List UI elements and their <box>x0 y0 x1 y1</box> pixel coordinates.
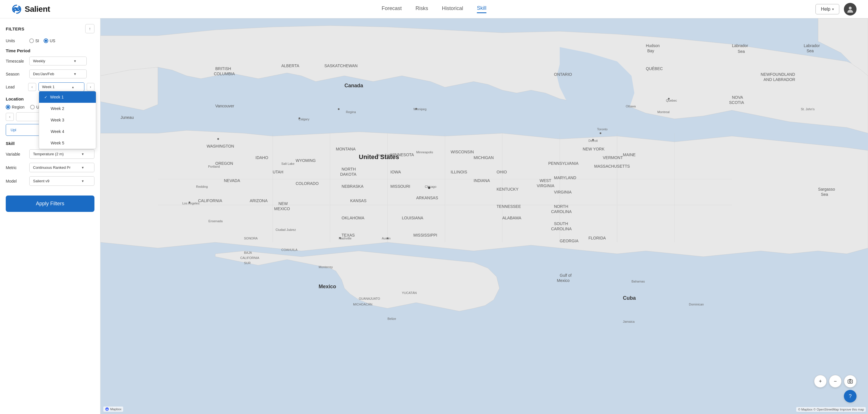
variable-value: Temperature (2 m) <box>33 152 64 156</box>
model-value: Salient v9 <box>33 179 50 183</box>
sidebar: FILTERS ↑ Units SI US Time Period Timesc… <box>0 19 100 414</box>
svg-text:MASSACHUSETTS: MASSACHUSETTS <box>594 164 630 169</box>
season-label: Season <box>6 72 26 77</box>
svg-text:FLORIDA: FLORIDA <box>588 236 606 240</box>
upload-label: Upl <box>11 128 17 132</box>
screenshot-button[interactable] <box>844 375 857 388</box>
location-region-radio[interactable] <box>6 105 10 109</box>
svg-text:IDAHO: IDAHO <box>255 155 268 160</box>
lead-label: Lead <box>6 85 26 89</box>
units-us-radio-inner <box>45 40 47 42</box>
season-row: Season Dec/Jan/Feb ▾ <box>6 69 94 78</box>
svg-text:Austin: Austin <box>382 237 391 240</box>
units-us-radio[interactable] <box>43 38 48 43</box>
svg-text:MEXICO: MEXICO <box>274 206 290 211</box>
svg-text:Chicago: Chicago <box>425 185 436 188</box>
svg-text:Montreal: Montreal <box>657 110 670 114</box>
svg-text:NEW YORK: NEW YORK <box>583 147 605 151</box>
map-svg: .water { fill: #c8d8e8; } .land { fill: … <box>100 19 868 414</box>
lead-option-week4-label: Week 4 <box>51 129 64 134</box>
location-region-option[interactable]: Region <box>6 105 24 109</box>
nav-skill[interactable]: Skill <box>477 5 487 13</box>
nav-forecast[interactable]: Forecast <box>381 5 402 12</box>
variable-select[interactable]: Temperature (2 m) ▾ <box>29 149 94 159</box>
lead-prev-button[interactable]: ‹ <box>28 83 36 91</box>
svg-text:QUÉBEC: QUÉBEC <box>646 66 663 71</box>
camera-icon <box>847 378 853 384</box>
lead-next-button[interactable]: › <box>87 83 95 91</box>
zoom-in-button[interactable]: + <box>814 375 827 388</box>
avatar[interactable] <box>844 3 857 16</box>
chevron-down-icon: ▾ <box>832 7 834 11</box>
units-si-radio[interactable] <box>29 38 34 43</box>
filters-title: FILTERS <box>6 26 24 31</box>
svg-text:GEORGIA: GEORGIA <box>560 239 579 243</box>
model-row: Model Salient v9 ▾ <box>6 176 94 186</box>
svg-point-124 <box>428 187 430 189</box>
svg-text:COAHUILA: COAHUILA <box>281 248 298 252</box>
check-icon: ✓ <box>44 95 48 99</box>
metric-select[interactable]: Continuous Ranked Pr ▾ <box>29 163 94 172</box>
svg-text:M: M <box>106 408 108 411</box>
svg-text:ILLINOIS: ILLINOIS <box>451 170 467 174</box>
metric-label: Metric <box>6 166 26 170</box>
svg-text:CALIFORNIA: CALIFORNIA <box>198 198 222 203</box>
svg-text:Portland: Portland <box>208 165 220 168</box>
svg-text:Vancouver: Vancouver <box>215 104 234 108</box>
model-select[interactable]: Salient v9 ▾ <box>29 176 94 186</box>
filters-header: FILTERS ↑ <box>6 24 94 33</box>
timescale-row: Timescale Weekly ▾ <box>6 57 94 65</box>
svg-text:LOUISIANA: LOUISIANA <box>402 216 423 220</box>
svg-text:CAROLINA: CAROLINA <box>551 209 572 214</box>
svg-text:Sea: Sea <box>821 192 828 197</box>
units-us-option[interactable]: US <box>43 38 55 43</box>
svg-text:Gulf of: Gulf of <box>560 273 571 277</box>
svg-point-126 <box>189 202 190 203</box>
metric-chevron-icon: ▾ <box>82 166 84 170</box>
svg-text:Ensenada: Ensenada <box>208 219 223 223</box>
variable-chevron-icon: ▾ <box>82 152 84 156</box>
lead-option-week4[interactable]: Week 4 <box>39 126 96 137</box>
location-upload-radio[interactable] <box>30 105 35 109</box>
logo-text: Salient <box>25 5 50 14</box>
region-prev-button[interactable]: ‹ <box>6 113 14 121</box>
svg-text:SUR: SUR <box>244 261 251 265</box>
lead-chevron-up-icon: ▴ <box>72 85 74 89</box>
svg-text:COLUMBIA: COLUMBIA <box>214 71 235 76</box>
svg-text:YUCATÁN: YUCATÁN <box>402 291 417 295</box>
lead-select[interactable]: Week 1 ▴ ✓ Week 1 Week 2 Week 3 We <box>38 82 84 91</box>
svg-text:PENNSYLVANIA: PENNSYLVANIA <box>548 161 579 166</box>
svg-text:WISCONSIN: WISCONSIN <box>451 150 474 154</box>
lead-option-week2[interactable]: Week 2 <box>39 103 96 114</box>
svg-text:MISSISSIPPI: MISSISSIPPI <box>413 233 437 237</box>
svg-text:Redding: Redding <box>196 185 208 188</box>
svg-text:WEST: WEST <box>539 178 551 183</box>
svg-text:DAKOTA: DAKOTA <box>340 172 356 177</box>
lead-option-week5[interactable]: Week 5 <box>39 137 96 149</box>
season-select[interactable]: Dec/Jan/Feb ▾ <box>29 69 87 78</box>
lead-option-week1[interactable]: ✓ Week 1 <box>39 91 96 103</box>
svg-text:NEWFOUNDLAND: NEWFOUNDLAND <box>761 72 795 77</box>
svg-text:Labrador: Labrador <box>732 43 748 48</box>
timescale-select[interactable]: Weekly ▾ <box>29 57 87 65</box>
user-icon <box>846 5 854 13</box>
collapse-button[interactable]: ↑ <box>85 24 94 33</box>
apply-filters-button[interactable]: Apply Filters <box>6 196 94 212</box>
svg-text:UTAH: UTAH <box>273 170 283 174</box>
zoom-out-button[interactable]: − <box>829 375 842 388</box>
svg-text:Hudson: Hudson <box>646 43 660 48</box>
svg-text:SASKATCHEWAN: SASKATCHEWAN <box>324 63 358 68</box>
nav-risks[interactable]: Risks <box>415 5 428 12</box>
lead-option-week3[interactable]: Week 3 <box>39 114 96 126</box>
nav-historical[interactable]: Historical <box>442 5 463 12</box>
units-us-label: US <box>50 38 55 43</box>
svg-text:Calgary: Calgary <box>299 117 309 121</box>
help-map-button[interactable]: ? <box>844 390 857 403</box>
help-button[interactable]: Help ▾ <box>815 4 839 14</box>
units-si-option[interactable]: SI <box>29 38 39 43</box>
svg-text:BAJA: BAJA <box>244 251 252 255</box>
timescale-label: Timescale <box>6 59 26 63</box>
svg-text:St. John's: St. John's <box>801 107 815 111</box>
lead-option-week2-label: Week 2 <box>51 106 64 111</box>
attribution-text: © Mapbox © OpenStreetMap Improve this ma… <box>798 408 864 411</box>
